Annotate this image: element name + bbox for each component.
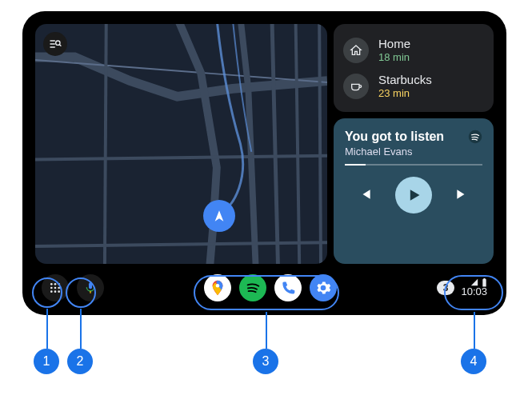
google-maps-app[interactable] xyxy=(204,274,231,301)
callout-number-2: 2 xyxy=(67,349,93,374)
callout-line xyxy=(474,312,475,349)
map-roads xyxy=(35,24,327,264)
callout-number-3: 3 xyxy=(253,349,278,374)
next-track-button[interactable] xyxy=(451,183,474,208)
svg-point-4 xyxy=(58,283,60,285)
phone-icon xyxy=(280,280,296,296)
car-display-device: Home 18 min Starbucks 23 min xyxy=(22,11,506,315)
phone-app[interactable] xyxy=(274,274,302,301)
play-button[interactable] xyxy=(395,177,432,213)
spotify-icon xyxy=(244,279,262,297)
svg-point-7 xyxy=(58,287,60,289)
notification-count-badge[interactable]: 3 xyxy=(437,281,455,295)
destination-time: 18 min xyxy=(378,51,410,63)
play-icon xyxy=(406,187,422,203)
callout-line xyxy=(46,309,48,349)
svg-rect-14 xyxy=(483,278,485,279)
navigation-bar: 3 10:03 xyxy=(30,269,498,307)
screen: Home 18 min Starbucks 23 min xyxy=(30,19,498,307)
main-content: Home 18 min Starbucks 23 min xyxy=(30,19,498,269)
destination-name: Starbucks xyxy=(378,73,432,86)
track-artist: Michael Evans xyxy=(345,146,482,158)
gear-icon xyxy=(315,280,331,296)
app-launcher-button[interactable] xyxy=(42,274,69,301)
svg-point-12 xyxy=(216,284,220,288)
playback-progress[interactable] xyxy=(345,164,482,166)
svg-point-2 xyxy=(50,283,53,285)
clock: 10:03 xyxy=(461,285,487,297)
apps-grid-icon xyxy=(49,281,62,294)
destination-starbucks[interactable]: Starbucks 23 min xyxy=(340,68,487,104)
voice-assistant-button[interactable] xyxy=(77,274,104,301)
search-list-icon xyxy=(49,38,62,50)
microphone-icon xyxy=(84,280,97,296)
svg-point-6 xyxy=(54,287,57,289)
media-player-card[interactable]: You got to listen Michael Evans xyxy=(334,118,494,264)
track-title: You got to listen xyxy=(345,130,482,144)
callout-number-4: 4 xyxy=(461,349,486,374)
status-area: 10:03 xyxy=(461,278,487,297)
coffee-icon xyxy=(343,74,369,99)
home-icon xyxy=(343,38,369,63)
svg-point-5 xyxy=(50,287,53,289)
app-dock xyxy=(110,274,430,301)
settings-app[interactable] xyxy=(310,274,337,301)
current-location-marker xyxy=(203,200,235,232)
svg-rect-11 xyxy=(89,282,92,289)
map-navigation-area[interactable] xyxy=(35,24,327,264)
spotify-icon xyxy=(468,130,482,147)
svg-point-9 xyxy=(54,290,57,293)
callout-number-1: 1 xyxy=(34,349,59,374)
navigation-arrow-icon xyxy=(213,209,226,222)
svg-point-10 xyxy=(58,290,60,293)
skip-previous-icon xyxy=(357,186,373,202)
callout-line xyxy=(80,309,82,349)
callout-line xyxy=(266,312,267,349)
destination-home[interactable]: Home 18 min xyxy=(340,32,487,68)
media-controls xyxy=(345,177,482,213)
svg-point-3 xyxy=(54,283,57,285)
side-panel: Home 18 min Starbucks 23 min xyxy=(334,24,494,264)
svg-point-8 xyxy=(50,290,53,293)
destination-name: Home xyxy=(378,37,410,50)
spotify-app[interactable] xyxy=(239,274,266,301)
map-search-button[interactable] xyxy=(43,32,67,56)
previous-track-button[interactable] xyxy=(354,183,376,208)
skip-next-icon xyxy=(454,186,470,202)
maps-pin-icon xyxy=(209,279,226,297)
destinations-card: Home 18 min Starbucks 23 min xyxy=(334,24,494,112)
destination-time: 23 min xyxy=(378,87,432,99)
